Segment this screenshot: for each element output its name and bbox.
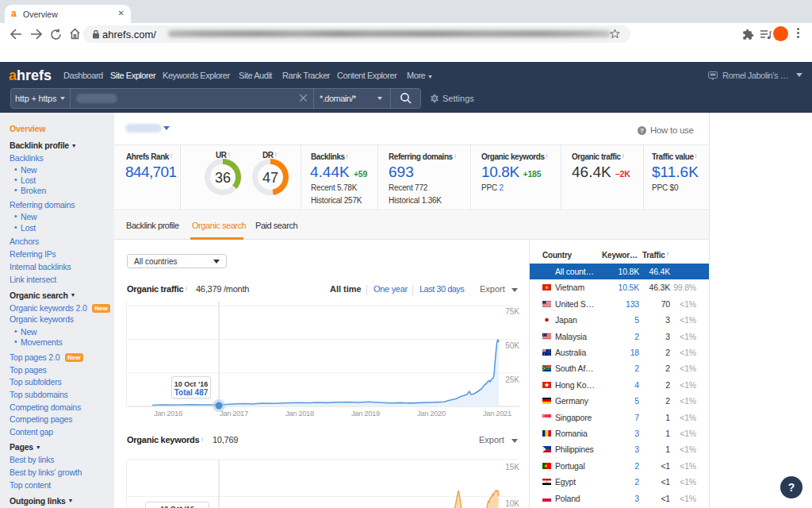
svg-text:36: 36 bbox=[215, 170, 231, 186]
svg-text:47: 47 bbox=[262, 170, 278, 186]
